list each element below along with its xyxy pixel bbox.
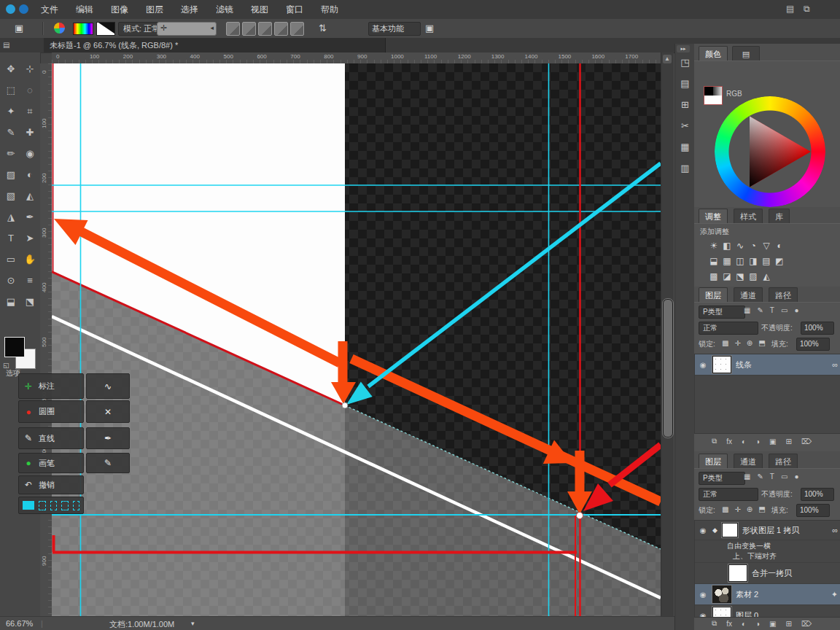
layer-name[interactable]: 形状图层 1 拷贝 (742, 525, 828, 536)
flow-icon[interactable]: ⇅ (319, 23, 327, 34)
document-tab[interactable]: 未标题-1 @ 66.7% (线条, RGB/8#) * (44, 38, 386, 52)
tab-channels-2[interactable]: 通道 (734, 454, 763, 469)
adjustment-icon[interactable]: ◧ (720, 241, 734, 251)
paragraph-panel-icon[interactable]: ▥ (675, 163, 695, 174)
pen-add-icon[interactable]: ✎ (86, 453, 130, 473)
menu-item-帮助[interactable]: 帮助 (314, 1, 346, 19)
adjustment-icon[interactable]: ⬓ (707, 256, 720, 266)
path-select-tool[interactable]: ⊹ (20, 58, 39, 79)
lasso-tool[interactable]: ◌ (20, 79, 39, 101)
filter-icon[interactable]: ● (794, 472, 798, 481)
blend-mode-dropdown[interactable]: 正常 (699, 322, 758, 335)
menu-item-文件[interactable]: 文件 (34, 1, 66, 19)
bottom-icon[interactable]: ⧉ (712, 619, 717, 628)
gradient-swatch[interactable] (73, 23, 93, 35)
lock-icon[interactable]: ✛ (734, 505, 740, 513)
zoom-tool[interactable]: ⊙ (1, 270, 20, 291)
layer-thumbnail[interactable] (728, 564, 747, 582)
scroll-up-icon[interactable]: ▲ (663, 55, 672, 63)
bottom-icon[interactable]: fx (726, 620, 732, 628)
doc-icon-打印[interactable] (274, 22, 288, 36)
tab-paths-1[interactable]: 路径 (769, 287, 798, 303)
tab-styles[interactable]: 样式 (734, 209, 763, 224)
bridge-icon[interactable] (54, 23, 65, 34)
blur-tool[interactable]: ◭ (20, 185, 39, 206)
lock-icon[interactable]: ▩ (722, 505, 728, 513)
tab-layers-2[interactable]: 图层 (699, 454, 728, 469)
adjustment-icon[interactable]: ◫ (734, 256, 747, 266)
layer-row-selected[interactable]: ◉ 素材 2 ✦ (695, 584, 840, 605)
gradient-tool[interactable]: ▧ (1, 185, 20, 206)
filter-icon[interactable]: ▦ (744, 306, 750, 314)
menu-item-图像[interactable]: 图像 (104, 1, 136, 19)
bottom-icon[interactable]: ⌦ (801, 438, 812, 446)
filter-icon[interactable]: ▭ (781, 306, 788, 314)
tab-layers-1[interactable]: 图层 (699, 287, 728, 303)
pen-tool[interactable]: ✒ (20, 206, 39, 228)
filter-icon[interactable]: ● (794, 306, 798, 314)
pen-icon[interactable]: ✒ (86, 427, 130, 449)
fill-field[interactable]: 100% (796, 338, 830, 351)
contrast-swatch[interactable] (96, 22, 115, 36)
path-tool[interactable]: ➤ (20, 228, 39, 249)
shape-tool[interactable]: ▭ (1, 249, 20, 270)
layer-row[interactable]: ◉ 图层 0 (695, 605, 840, 618)
opacity-field-2[interactable]: 100% (801, 488, 834, 501)
annotation-row-直线[interactable]: ✎直线 (18, 427, 84, 449)
adjustment-icon[interactable]: ◪ (720, 271, 734, 281)
doc-icon-新建[interactable] (226, 22, 240, 36)
type-tool[interactable]: T (1, 228, 20, 249)
canvas[interactable] (52, 63, 661, 616)
tool-preset-icon[interactable]: ▣ (15, 23, 23, 34)
heal-tool[interactable]: ✚ (20, 122, 39, 143)
layer-thumbnail[interactable] (722, 523, 738, 537)
layer-thumbnail[interactable] (712, 586, 731, 603)
adjustment-icon[interactable]: ▨ (747, 271, 760, 281)
bottom-icon[interactable]: ⊞ (785, 438, 791, 446)
adjustment-icon[interactable]: ▽ (760, 241, 773, 251)
bottom-icon[interactable]: ▣ (769, 620, 776, 628)
scrollbar-thumb[interactable] (663, 299, 673, 438)
screen-mode-tool[interactable]: ⬓ (1, 291, 20, 312)
brush-tool[interactable]: ✏ (1, 143, 20, 164)
lock-icon[interactable]: ⊕ (747, 339, 752, 347)
bottom-icon[interactable]: ⌦ (801, 620, 812, 628)
eye-icon[interactable]: ◉ (698, 526, 708, 534)
menu-item-视图[interactable]: 视图 (244, 1, 276, 19)
document-info[interactable]: 文档:1.00M/1.00M (109, 619, 174, 630)
adjustment-icon[interactable]: ◭ (760, 271, 773, 281)
layer-row[interactable]: 合并一拷贝 (695, 563, 840, 584)
tab-channels-1[interactable]: 通道 (734, 287, 763, 303)
lock-icon[interactable]: ✛ (734, 339, 740, 347)
adjustment-icon[interactable]: ▩ (707, 271, 720, 281)
fill-field-2[interactable]: 100% (796, 504, 830, 517)
adjustment-icon[interactable]: ◔ (747, 241, 760, 251)
filter-icon[interactable]: ✎ (757, 472, 763, 481)
annotation-color-row[interactable] (18, 497, 84, 514)
layer-name[interactable]: 线条 (736, 359, 828, 370)
annotation-row-撤销[interactable]: ↶撤销 (18, 475, 84, 494)
foreground-color-swatch[interactable] (4, 337, 25, 357)
adjustment-icon[interactable]: ◐ (773, 241, 786, 251)
lock-icon[interactable]: ⊕ (747, 505, 752, 513)
filter-icon[interactable]: T (770, 306, 774, 314)
bottom-icon[interactable]: ⊞ (785, 620, 791, 628)
workspace-dropdown[interactable]: 基本功能 (368, 22, 421, 36)
tab-paths-2[interactable]: 路径 (769, 454, 798, 469)
vertical-scrollbar[interactable]: ▲ (661, 52, 674, 616)
annotation-row-标注[interactable]: ✛标注 (18, 373, 84, 399)
annotation-row-圆圈[interactable]: ●圆圈 (18, 400, 84, 423)
doc-icon-存储[interactable] (258, 22, 272, 36)
bottom-icon[interactable]: fx (726, 438, 732, 446)
dock-collapse-button[interactable]: ▸▸ (677, 45, 690, 52)
doc-info-caret-icon[interactable]: ▾ (191, 620, 195, 627)
menu-item-窗口[interactable]: 窗口 (279, 1, 311, 19)
history-panel-icon[interactable]: ◳ (675, 57, 695, 68)
lock-icon[interactable]: ⬒ (758, 505, 765, 513)
layer-thumbnail[interactable] (712, 607, 731, 618)
dodge-tool[interactable]: ◮ (1, 206, 20, 228)
history-brush-tool[interactable]: ▨ (1, 164, 20, 185)
layer-filter-dropdown-2[interactable]: P类型 (699, 472, 745, 485)
filter-icon[interactable]: ▭ (781, 472, 788, 481)
mask-mode-tool[interactable]: ⬔ (20, 291, 39, 312)
